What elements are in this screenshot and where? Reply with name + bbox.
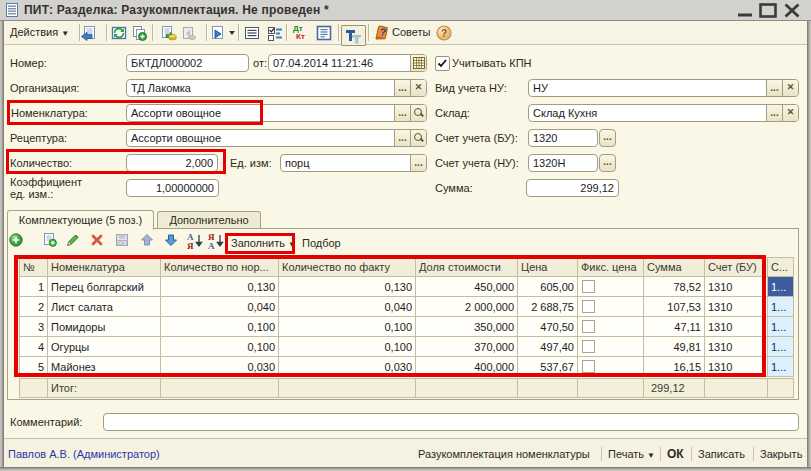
svg-text:А: А [208,241,215,250]
svg-text:ОК: ОК [119,241,126,246]
svg-text:?: ? [441,28,447,39]
svg-text:Я: Я [187,241,194,250]
